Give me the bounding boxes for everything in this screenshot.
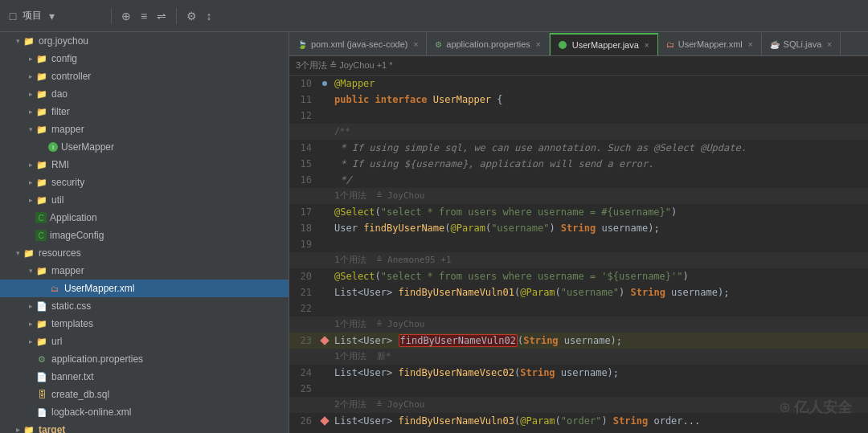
code-line-17: 17 @Select("select * from users where us… [289,204,868,220]
sidebar-item-templates[interactable]: 📁 templates [0,315,289,333]
gutter-meta2 [318,188,331,204]
tab-label-usermapper-xml: UserMapper.xml [678,39,743,49]
line-content-11: public interface UserMapper { [331,92,868,108]
sidebar-item-url[interactable]: 📁 url [0,333,289,350]
line-num-15: 15 [289,156,318,172]
toolbar-left: □ 项目 ▾ [6,9,103,22]
dropdown-arrow[interactable]: ▾ [45,10,58,22]
sidebar-item-logback-xml[interactable]: 📄 logback-online.xml [0,403,289,421]
sidebar-item-resources[interactable]: 📁 resources [0,244,289,262]
line-content-18: User findByUserName(@Param("username") S… [331,220,868,236]
close-tab-usermapper-java[interactable]: × [645,41,649,50]
tab-usermapper-java[interactable]: UserMapper.java × [550,33,658,55]
sync-icon[interactable]: ⇌ [155,10,168,22]
sidebar-item-dao[interactable]: 📁 dao [0,85,289,103]
gutter-23 [318,333,331,349]
sidebar-item-application-properties[interactable]: ⚙ application.properties [0,350,289,368]
label-mapper-res: mapper [51,265,84,276]
sidebar-item-mapper-resources[interactable]: 📁 mapper [0,262,289,280]
sidebar-item-create-db-sql[interactable]: 🗄 create_db.sql [0,386,289,403]
line-content-23: List<User> findByUserNameVuln02(String u… [331,333,868,349]
code-line-25: 25 [289,381,868,397]
line-num-17: 17 [289,204,318,220]
line-num-27: 27 [289,429,318,433]
sidebar-item-rmi[interactable]: 📁 RMI [0,156,289,174]
line-num-21: 21 [289,284,318,300]
close-tab-sqli[interactable]: × [827,40,832,49]
gutter-19 [318,236,331,252]
folder-icon-dao: 📁 [35,88,48,100]
project-icon: □ [6,10,19,22]
tab-label-pom: pom.xml (java-sec-code) [311,39,407,49]
code-line-27: 27 [289,429,868,433]
tab-usermapper-xml[interactable]: 🗂 UserMapper.xml × [658,33,762,55]
line-content-meta1: /** [331,124,868,140]
folder-icon-target: 📁 [23,423,35,433]
label-filter: filter [51,106,70,117]
gutter-18 [318,220,331,236]
sidebar-item-org-joychou[interactable]: 📁 org.joychou [0,32,289,50]
sidebar-item-usermapper-java[interactable]: I UserMapper [0,138,289,156]
sidebar-item-target[interactable]: 📁 target [0,421,289,433]
code-area[interactable]: 10 @Mapper 11 public interface UserMappe… [289,76,868,433]
folder-icon-resources: 📁 [23,247,35,259]
code-line-12: 12 [289,108,868,124]
sidebar-item-security[interactable]: 📁 security [0,174,289,191]
gutter-22 [318,300,331,317]
list-icon[interactable]: ≡ [137,10,150,22]
line-num-meta4 [289,317,318,333]
label-application-properties: application.properties [51,353,143,365]
sidebar-item-static-css[interactable]: 📄 static.css [0,297,289,315]
line-num-18: 18 [289,220,318,236]
tab-appprops[interactable]: ⚙ application.properties × [427,33,549,55]
tab-icon-appprops: ⚙ [435,40,442,49]
sidebar-item-banner-txt[interactable]: 📄 banner.txt [0,368,289,386]
sidebar-item-filter[interactable]: 📁 filter [0,103,289,121]
tab-sqli-java[interactable]: ☕ SQLi.java × [762,33,841,55]
sidebar-item-application[interactable]: C Application [0,209,289,227]
tab-pom[interactable]: 🍃 pom.xml (java-sec-code) × [289,33,427,55]
meta-line-4: 1个用法 ≙ JoyChou [289,317,868,333]
label-usermapper: UserMapper [61,141,114,153]
sidebar-item-imageconfig[interactable]: C imageConfig [0,227,289,244]
settings-icon[interactable]: ⚙ [185,10,198,22]
label-org-joychou: org.joychou [39,35,88,47]
txt-icon-banner: 📄 [35,370,48,383]
line-content-15: * If using ${username}, application will… [331,156,868,172]
sidebar-item-usermapper-xml[interactable]: 🗂 UserMapper.xml [0,280,289,297]
close-tab-usermapper-xml[interactable]: × [748,40,753,49]
label-dao: dao [51,88,68,100]
code-line-10: 10 @Mapper [289,76,868,92]
sidebar-item-mapper[interactable]: 📁 mapper [0,121,289,138]
gutter-meta1 [318,124,331,140]
line-content-16: */ [331,172,868,188]
label-config: config [51,53,77,64]
label-logback-xml: logback-online.xml [51,406,131,418]
close-tab-appprops[interactable]: × [536,40,541,49]
toolbar: □ 项目 ▾ ⊕ ≡ ⇌ ⚙ ↕ [0,0,868,32]
gutter-25 [318,381,331,397]
sidebar-item-util[interactable]: 📁 util [0,191,289,209]
gutter-meta6 [318,397,331,413]
folder-icon-templates: 📁 [35,317,48,330]
breadcrumb: 3个用法 ≙ JoyChou +1 * [289,56,868,76]
label-banner-txt: banner.txt [51,371,94,382]
label-application: Application [50,212,97,223]
line-content-19 [331,236,868,252]
line-num-meta2 [289,188,318,204]
label-controller: controller [51,71,91,82]
line-content-22 [331,300,868,317]
add-icon[interactable]: ⊕ [120,10,133,22]
expand-icon[interactable]: ↕ [203,10,215,22]
line-content-10: @Mapper [331,76,868,92]
code-line-11: 11 public interface UserMapper { [289,92,868,108]
line-content-meta2: 1个用法 ≙ JoyChou [331,188,868,204]
sidebar-item-controller[interactable]: 📁 controller [0,67,289,85]
meta-line-2: 1个用法 ≙ JoyChou [289,188,868,204]
sidebar-item-config[interactable]: 📁 config [0,50,289,67]
code-line-23: 23 List<User> findByUserNameVuln02(Strin… [289,333,868,349]
folder-icon-util: 📁 [35,194,48,206]
code-line-20: 20 @Select("select * from users where us… [289,268,868,284]
close-tab-pom[interactable]: × [413,40,418,49]
arrow-controller [26,71,35,81]
